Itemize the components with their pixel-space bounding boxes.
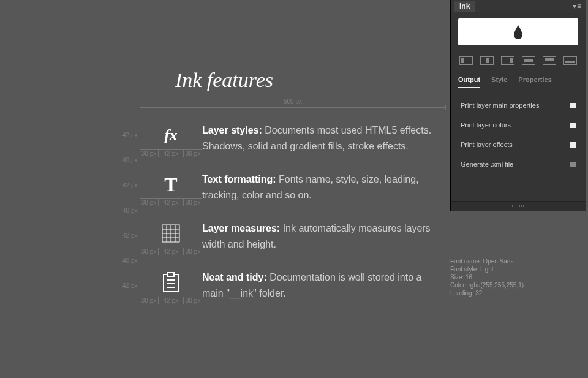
- output-item-colors[interactable]: Print layer colors: [458, 115, 578, 135]
- panel-title-tab[interactable]: Ink: [454, 1, 475, 12]
- feature-neat-tidy: Neat and tidy: Documentation is well sto…: [158, 270, 434, 301]
- tab-style[interactable]: Style: [491, 76, 507, 88]
- fx-icon: fx: [158, 123, 184, 148]
- font-spec-note: Font name: Open Sans Font style: Light S…: [450, 257, 524, 297]
- font-note-connector: [428, 284, 450, 284]
- feature-label: Layer measures:: [202, 223, 280, 233]
- text-icon: T: [158, 172, 184, 197]
- align-center-v-button[interactable]: [522, 56, 535, 65]
- ink-drop-button[interactable]: [458, 18, 578, 45]
- feature-label: Text formatting:: [202, 174, 276, 184]
- checkbox-icon[interactable]: [570, 123, 576, 128]
- svg-rect-8: [168, 273, 174, 276]
- panel-menu-icon[interactable]: ▾≡: [573, 2, 582, 10]
- output-item-xml[interactable]: Generate .xml file: [458, 154, 578, 174]
- output-list: Print layer main properties Print layer …: [458, 96, 578, 174]
- feature-text-formatting: T Text formatting: Fonts name, style, si…: [158, 172, 434, 203]
- grid-icon: [158, 221, 184, 246]
- align-top-button[interactable]: [543, 56, 556, 65]
- ink-panel: Ink ▾≡ Output Style Properties Print lay…: [450, 0, 586, 211]
- feature-label: Neat and tidy:: [202, 272, 267, 282]
- left-measure-column: 42 px 40 px 42 px 40 px 42 px 40 px 42 p…: [123, 123, 137, 299]
- panel-header: Ink ▾≡: [451, 0, 586, 12]
- align-bottom-button[interactable]: [564, 56, 577, 65]
- checkbox-icon[interactable]: [570, 162, 576, 167]
- align-center-h-button[interactable]: [480, 56, 494, 65]
- tab-output[interactable]: Output: [458, 76, 480, 88]
- output-item-main-props[interactable]: Print layer main properties: [458, 96, 578, 115]
- feature-layer-styles: fx Layer styles: Documents most used HTM…: [158, 123, 434, 154]
- feature-label: Layer styles:: [202, 125, 262, 135]
- panel-resize-handle[interactable]: [451, 201, 586, 211]
- page-title: Ink features: [0, 69, 448, 92]
- output-item-effects[interactable]: Print layer effects: [458, 135, 578, 154]
- align-left-button[interactable]: [459, 56, 473, 65]
- panel-sub-tabs: Output Style Properties: [456, 69, 581, 93]
- checkbox-icon[interactable]: [570, 103, 576, 108]
- tab-properties[interactable]: Properties: [518, 76, 551, 88]
- measure-label: 500 px: [140, 98, 446, 105]
- align-right-button[interactable]: [501, 56, 514, 65]
- measure-500px: 500 px: [140, 98, 446, 109]
- clipboard-icon: [158, 270, 184, 295]
- alignment-row: [459, 56, 577, 65]
- checkbox-icon[interactable]: [570, 142, 576, 148]
- feature-layer-measures: Layer measures: Ink automatically measur…: [158, 221, 434, 252]
